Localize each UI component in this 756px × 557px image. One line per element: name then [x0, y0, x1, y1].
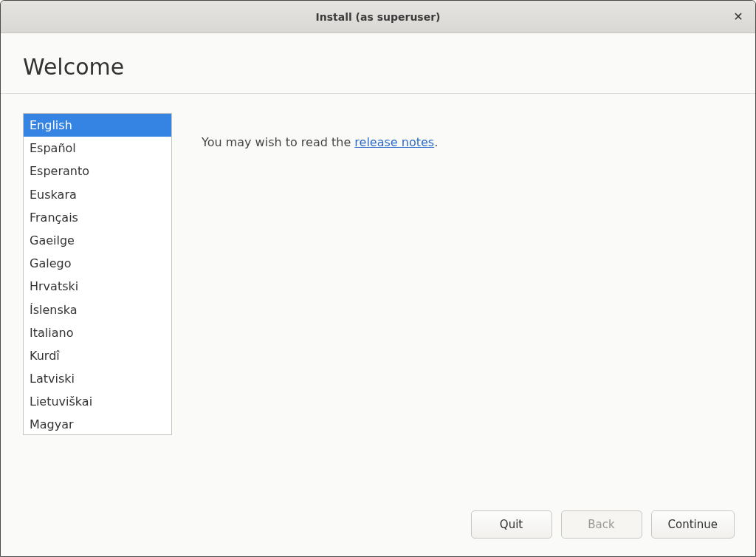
info-prefix: You may wish to read the [202, 135, 354, 149]
header-area: Welcome [1, 33, 755, 93]
content-area: Welcome EnglishEspañolEsperantoEuskaraFr… [1, 33, 755, 556]
release-notes-link[interactable]: release notes [354, 135, 434, 149]
titlebar: Install (as superuser) ✕ [1, 1, 755, 33]
installer-window: Install (as superuser) ✕ Welcome English… [0, 0, 756, 557]
close-icon[interactable]: ✕ [732, 10, 745, 24]
language-item[interactable]: Esperanto [24, 160, 171, 182]
language-item[interactable]: Italiano [24, 321, 171, 344]
language-item[interactable]: English [24, 114, 171, 137]
language-item[interactable]: Español [24, 137, 171, 160]
language-listbox[interactable]: EnglishEspañolEsperantoEuskaraFrançaisGa… [23, 113, 172, 435]
main-area: EnglishEspañolEsperantoEuskaraFrançaisGa… [1, 94, 755, 499]
language-item[interactable]: Français [24, 206, 171, 229]
page-title: Welcome [23, 54, 733, 80]
back-button[interactable]: Back [561, 510, 642, 539]
release-notes-text: You may wish to read the release notes. [202, 113, 438, 499]
continue-button[interactable]: Continue [651, 510, 735, 539]
language-item[interactable]: Hrvatski [24, 275, 171, 298]
window-title: Install (as superuser) [316, 11, 441, 23]
language-item[interactable]: Galego [24, 252, 171, 275]
info-suffix: . [434, 135, 438, 149]
footer-buttons: Quit Back Continue [1, 499, 755, 556]
language-item[interactable]: Magyar [24, 413, 171, 435]
language-item[interactable]: Íslenska [24, 298, 171, 321]
language-item[interactable]: Latviski [24, 367, 171, 390]
language-item[interactable]: Euskara [24, 183, 171, 206]
quit-button[interactable]: Quit [471, 510, 552, 539]
language-item[interactable]: Kurdî [24, 344, 171, 367]
language-item[interactable]: Lietuviškai [24, 390, 171, 413]
language-item[interactable]: Gaeilge [24, 229, 171, 252]
